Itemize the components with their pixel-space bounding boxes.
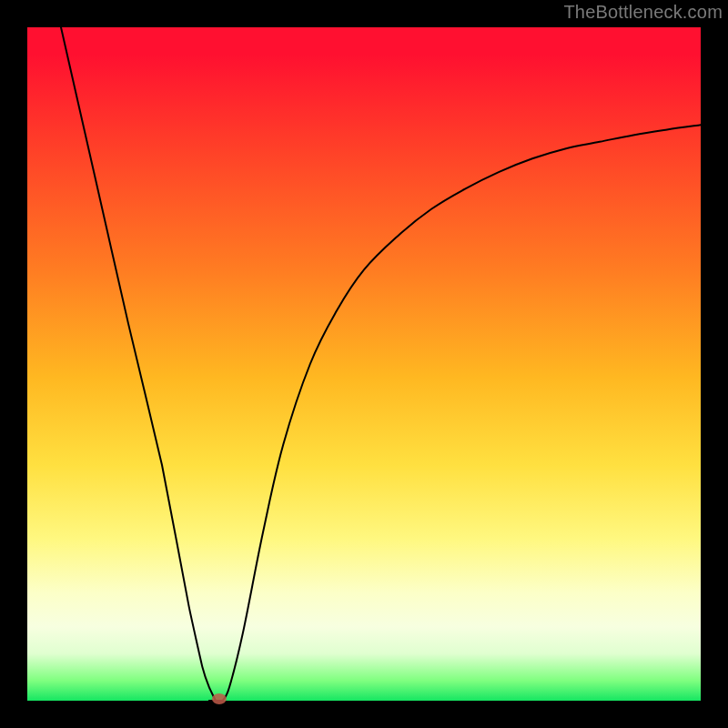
plot-area	[27, 27, 701, 701]
watermark-text: TheBottleneck.com	[563, 2, 723, 23]
bottleneck-curve	[61, 27, 701, 701]
chart-frame: TheBottleneck.com	[0, 0, 728, 728]
chart-svg	[27, 27, 701, 701]
curve-minimum-marker	[212, 693, 227, 704]
